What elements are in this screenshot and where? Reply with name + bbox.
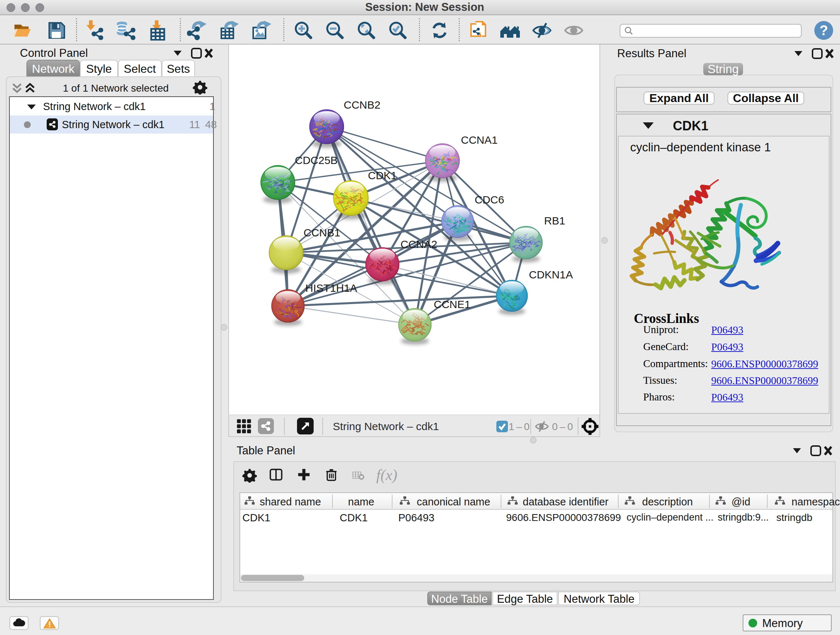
svg-text:CCNE1: CCNE1 — [434, 298, 471, 310]
svg-text:RB1: RB1 — [544, 215, 565, 226]
svg-text:CCNB2: CCNB2 — [344, 99, 381, 111]
svg-text:CDC25B: CDC25B — [295, 154, 338, 166]
svg-text:CDKN1A: CDKN1A — [529, 269, 573, 280]
svg-text:HIST1H1A: HIST1H1A — [305, 282, 357, 294]
svg-text:CCNA2: CCNA2 — [401, 238, 437, 250]
svg-text:CCNB1: CCNB1 — [303, 226, 340, 239]
svg-text:CDK1: CDK1 — [368, 169, 397, 181]
svg-text:CDC6: CDC6 — [475, 194, 504, 206]
svg-text:CCNA1: CCNA1 — [461, 134, 498, 146]
